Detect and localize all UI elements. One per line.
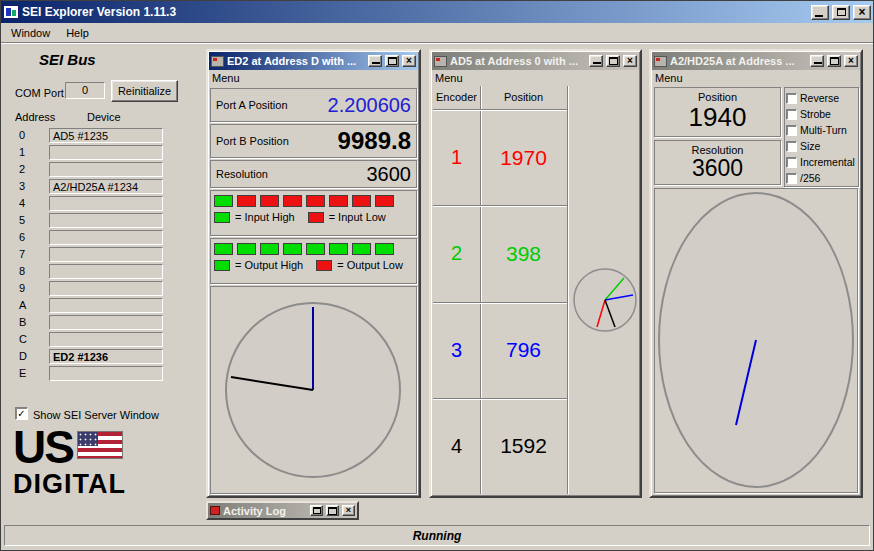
port-b-row: Port B Position 9989.8 bbox=[210, 124, 417, 158]
table-row: 2 bbox=[1, 162, 201, 179]
table-row: 8 bbox=[1, 264, 201, 281]
address-label: E bbox=[19, 367, 43, 379]
input-high-label: = Input High bbox=[235, 211, 295, 223]
activity-log-title: Activity Log bbox=[223, 505, 307, 517]
a2-maximize-button[interactable] bbox=[827, 55, 841, 67]
address-column-header: Address bbox=[15, 111, 55, 123]
a2-position-value: 1940 bbox=[655, 103, 780, 131]
ed2-menu[interactable]: Menu bbox=[212, 72, 240, 84]
menu-help[interactable]: Help bbox=[58, 24, 97, 42]
reinitialize-button[interactable]: Reinitialize bbox=[111, 80, 178, 102]
encoder-position: 1970 bbox=[480, 110, 567, 205]
device-field bbox=[49, 332, 163, 347]
reverse-label: Reverse bbox=[800, 92, 839, 104]
led-green bbox=[375, 243, 394, 255]
a2-resolution-value: 3600 bbox=[655, 156, 780, 181]
div256-checkbox[interactable] bbox=[786, 173, 797, 184]
ad5-close-button[interactable]: × bbox=[623, 55, 637, 67]
size-checkbox[interactable] bbox=[786, 141, 797, 152]
maximize-icon bbox=[830, 57, 839, 65]
activity-restore-button[interactable] bbox=[310, 505, 323, 516]
ad5-headers: Encoder Position bbox=[433, 86, 567, 109]
size-label: Size bbox=[800, 140, 820, 152]
status-text: Running bbox=[4, 525, 870, 546]
encoder-row: 2 398 bbox=[433, 205, 567, 301]
address-label: 5 bbox=[19, 214, 43, 226]
table-row: 5 bbox=[1, 213, 201, 230]
a2-dial-svg bbox=[655, 189, 857, 492]
main-titlebar[interactable]: SEI Explorer Version 1.11.3 × bbox=[1, 1, 873, 23]
grid-divider bbox=[567, 86, 568, 494]
statusbar: Running bbox=[1, 521, 873, 550]
checkbox-row: Strobe bbox=[786, 106, 857, 122]
strobe-checkbox[interactable] bbox=[786, 109, 797, 120]
main-close-button[interactable]: × bbox=[853, 5, 871, 20]
a2-menu[interactable]: Menu bbox=[655, 72, 683, 84]
input-low-swatch bbox=[308, 212, 324, 223]
a2-minimize-button[interactable] bbox=[810, 55, 824, 67]
device-field bbox=[49, 213, 163, 228]
address-label: 4 bbox=[19, 197, 43, 209]
a2-titlebar[interactable]: A2/HD25A at Address ... × bbox=[652, 52, 860, 70]
table-row: E bbox=[1, 366, 201, 383]
ad5-maximize-button[interactable] bbox=[606, 55, 620, 67]
show-server-checkbox[interactable]: ✓ bbox=[15, 407, 28, 420]
led-green bbox=[237, 243, 256, 255]
output-high-swatch bbox=[214, 260, 230, 271]
menu-window[interactable]: Window bbox=[3, 24, 58, 42]
input-legend: = Input High = Input Low bbox=[211, 209, 416, 227]
ed2-title: ED2 at Address D with ... bbox=[227, 55, 365, 67]
ed2-maximize-button[interactable] bbox=[385, 55, 399, 67]
led-red bbox=[237, 195, 256, 207]
activity-log-titlebar[interactable]: Activity Log × bbox=[208, 503, 357, 518]
address-label: 1 bbox=[19, 146, 43, 158]
address-label: C bbox=[19, 333, 43, 345]
show-server-label: Show SEI Server Window bbox=[33, 409, 159, 421]
table-row: 7 bbox=[1, 247, 201, 264]
led-red bbox=[306, 195, 325, 207]
ad5-grid: 1 1970 2 398 3 796 4 1592 bbox=[433, 109, 567, 494]
com-port-input[interactable]: 0 bbox=[65, 82, 105, 99]
ed2-minimize-button[interactable] bbox=[368, 55, 382, 67]
ed2-titlebar[interactable]: ED2 at Address D with ... × bbox=[209, 52, 418, 70]
input-leds bbox=[211, 191, 416, 209]
a2-window-icon bbox=[654, 56, 667, 67]
resolution-row: Resolution 3600 bbox=[210, 160, 417, 188]
address-label: 7 bbox=[19, 248, 43, 260]
minimize-icon bbox=[815, 15, 823, 17]
logo-digital-text: DIGITAL bbox=[13, 469, 126, 499]
reverse-checkbox[interactable] bbox=[786, 93, 797, 104]
address-label: 0 bbox=[19, 129, 43, 141]
table-row: 3A2/HD25A #1234 bbox=[1, 179, 201, 196]
minimize-icon bbox=[372, 62, 380, 64]
resolution-label: Resolution bbox=[216, 168, 268, 180]
main-minimize-button[interactable] bbox=[811, 5, 829, 20]
led-green bbox=[352, 243, 371, 255]
ed2-menubar: Menu bbox=[208, 71, 419, 86]
ed2-close-button[interactable]: × bbox=[402, 55, 416, 67]
led-red bbox=[329, 195, 348, 207]
a2-close-button[interactable]: × bbox=[844, 55, 858, 67]
port-b-value: 9989.8 bbox=[338, 127, 411, 155]
position-column-header: Position bbox=[480, 86, 567, 109]
ad5-dial bbox=[572, 267, 638, 335]
ad5-minimize-button[interactable] bbox=[589, 55, 603, 67]
a2-title: A2/HD25A at Address ... bbox=[670, 55, 807, 67]
device-field: ED2 #1236 bbox=[49, 349, 163, 364]
main-maximize-button[interactable] bbox=[832, 5, 850, 20]
multi-turn-checkbox[interactable] bbox=[786, 125, 797, 136]
activity-log-window: Activity Log × bbox=[206, 501, 359, 520]
activity-maximize-button[interactable] bbox=[326, 505, 339, 516]
device-field bbox=[49, 230, 163, 245]
div256-label: /256 bbox=[800, 172, 820, 184]
ad5-menu[interactable]: Menu bbox=[435, 72, 463, 84]
a2-window: A2/HD25A at Address ... × Menu Position … bbox=[649, 49, 863, 498]
address-label: 2 bbox=[19, 163, 43, 175]
ad5-titlebar[interactable]: AD5 at Address 0 with ... × bbox=[432, 52, 639, 70]
device-field bbox=[49, 298, 163, 313]
port-b-label: Port B Position bbox=[216, 135, 289, 147]
a2-menubar: Menu bbox=[651, 71, 861, 86]
incremental-checkbox[interactable] bbox=[786, 157, 797, 168]
activity-close-button[interactable]: × bbox=[342, 505, 355, 516]
encoder-number: 4 bbox=[433, 399, 480, 494]
